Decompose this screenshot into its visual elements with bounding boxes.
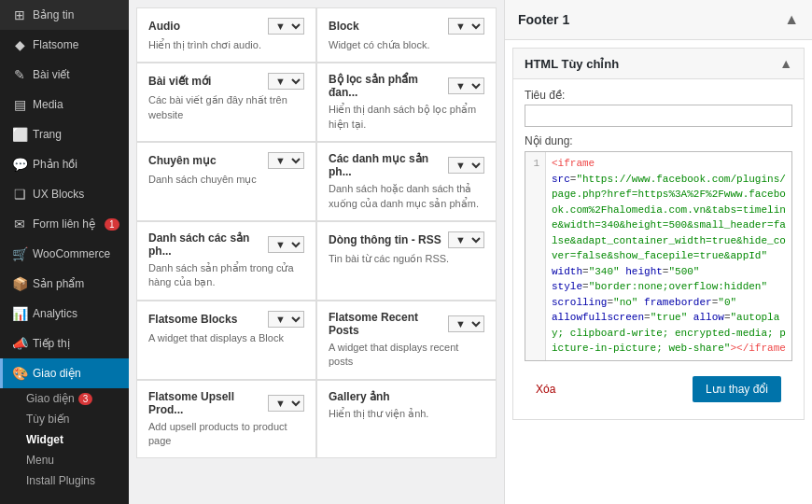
sidebar-item-label: Giao diện xyxy=(33,367,81,380)
contact-icon: ✉ xyxy=(12,217,27,231)
widget-dssp-select[interactable]: ▼ xyxy=(268,236,304,253)
delete-link[interactable]: Xóa xyxy=(536,383,555,396)
widget-dmsp-select[interactable]: ▼ xyxy=(448,157,484,174)
widget-dmsp-desc: Danh sách hoặc danh sách thả xuống của d… xyxy=(329,182,484,211)
footer-toggle-icon[interactable]: ▲ xyxy=(784,11,799,28)
sidebar-item-woocommerce[interactable]: 🛒 WooCommerce xyxy=(0,239,129,269)
widget-bol-header: Bộ lọc sản phẩm đan... ▼ xyxy=(329,73,484,99)
widget-dssp-header: Danh sách các sản ph... ▼ xyxy=(148,231,304,258)
html-widget-toggle-icon[interactable]: ▲ xyxy=(779,56,792,71)
widget-bo-loc[interactable]: Bộ lọc sản phẩm đan... ▼ Hiển thị danh s… xyxy=(316,63,497,142)
posts-icon: ✎ xyxy=(12,67,27,82)
subitem-label: Menu xyxy=(26,454,54,467)
sidebar-subitem-giao-dien[interactable]: Giao diện 3 xyxy=(0,388,129,409)
widget-fu-desc: Add upsell products to product page xyxy=(148,420,304,449)
widget-audio-title: Audio xyxy=(148,20,180,33)
widget-dmsp-header: Các danh mục sản ph... ▼ xyxy=(329,152,484,178)
sidebar-item-bang-tin[interactable]: ⊞ Bảng tin xyxy=(0,0,129,30)
media-icon: ▤ xyxy=(12,97,27,112)
widget-fb-select[interactable]: ▼ xyxy=(268,311,304,328)
appearance-icon: 🎨 xyxy=(12,366,27,381)
sidebar-item-analytics[interactable]: 📊 Analytics xyxy=(0,299,129,329)
products-icon: 📦 xyxy=(12,276,27,291)
widget-audio-select[interactable]: ▼ xyxy=(268,18,304,35)
subitem-label: Widget xyxy=(26,433,63,446)
footer-header: Footer 1 ▲ xyxy=(505,0,812,40)
widget-g-title: Gallery ảnh xyxy=(329,390,390,403)
sidebar-item-label: Tiếp thị xyxy=(33,337,70,350)
widget-fu-title: Flatsome Upsell Prod... xyxy=(148,390,268,416)
widget-flatsome-upsell[interactable]: Flatsome Upsell Prod... ▼ Add upsell pro… xyxy=(136,380,316,459)
title-field-input[interactable] xyxy=(525,105,792,127)
html-widget-title: HTML Tùy chỉnh xyxy=(525,57,619,71)
sidebar-item-san-pham[interactable]: 📦 Sản phẩm xyxy=(0,269,129,299)
widget-fb-desc: A widget that displays a Block xyxy=(148,331,304,345)
save-button[interactable]: Lưu thay đổi xyxy=(693,376,781,402)
sidebar-item-label: Form liên hệ xyxy=(33,217,95,231)
widget-bol-desc: Hiển thị danh sách bộ lọc phẩm hiện tại. xyxy=(329,103,484,132)
sidebar-item-form-lien-he[interactable]: ✉ Form liên hệ 1 xyxy=(0,209,129,239)
flatsome-icon: ◆ xyxy=(12,37,27,52)
code-editor[interactable]: 1 <iframe src="https://www.facebook.com/… xyxy=(525,151,792,361)
sidebar-item-trang[interactable]: ⬜ Trang xyxy=(0,119,129,149)
widget-danh-muc-sp[interactable]: Các danh mục sản ph... ▼ Danh sách hoặc … xyxy=(316,142,497,221)
widget-rss-title: Dòng thông tin - RSS xyxy=(329,233,441,246)
widget-bol-title: Bộ lọc sản phẩm đan... xyxy=(329,73,448,99)
widget-g-header: Gallery ảnh xyxy=(329,390,484,403)
analytics-icon: 📊 xyxy=(12,306,27,321)
widget-block[interactable]: Block ▼ Widget có chứa block. xyxy=(316,7,497,63)
sidebar-subitem-tuy-bien[interactable]: Tùy biến xyxy=(0,409,129,429)
sidebar-item-label: Media xyxy=(33,98,63,111)
footer-actions: Xóa Lưu thay đổi xyxy=(525,369,792,410)
widget-block-desc: Widget có chứa block. xyxy=(329,38,484,52)
widget-audio[interactable]: Audio ▼ Hiển thị trình chơi audio. xyxy=(136,7,316,63)
sidebar-item-label: UX Blocks xyxy=(33,188,84,201)
pages-icon: ⬜ xyxy=(12,127,27,142)
sidebar-subitem-widget[interactable]: Widget xyxy=(0,429,129,450)
widget-bvm-select[interactable]: ▼ xyxy=(268,73,304,90)
widget-fu-select[interactable]: ▼ xyxy=(268,395,304,412)
widget-bai-viet-moi[interactable]: Bài viết mới ▼ Các bài viết gần đây nhất… xyxy=(136,63,316,142)
widget-rss-header: Dòng thông tin - RSS ▼ xyxy=(329,231,484,248)
widget-panel: Audio ▼ Hiển thị trình chơi audio. Block… xyxy=(129,0,504,504)
code-content[interactable]: <iframe src="https://www.facebook.com/pl… xyxy=(546,152,791,357)
widget-flatsome-recent-posts[interactable]: Flatsome Recent Posts ▼ A widget that di… xyxy=(316,301,497,380)
widget-dssp-desc: Danh sách sản phẩm trong cửa hàng của bạ… xyxy=(148,261,304,290)
widget-rss[interactable]: Dòng thông tin - RSS ▼ Tin bài từ các ng… xyxy=(316,221,497,301)
sidebar-item-phan-hoi[interactable]: 💬 Phản hồi xyxy=(0,149,129,179)
badge: 1 xyxy=(105,218,119,231)
footer-title: Footer 1 xyxy=(518,12,569,27)
content-field-row: Nội dung: 1 <iframe src="https://www.fac… xyxy=(525,134,792,361)
widget-cm-select[interactable]: ▼ xyxy=(268,152,304,169)
widget-bvm-header: Bài viết mới ▼ xyxy=(148,73,304,90)
dashboard-icon: ⊞ xyxy=(12,7,27,22)
sidebar-subitem-menu[interactable]: Menu xyxy=(0,450,129,470)
title-field-row: Tiêu đề: xyxy=(525,89,792,127)
widget-audio-header: Audio ▼ xyxy=(148,18,304,35)
widget-bol-select[interactable]: ▼ xyxy=(448,77,484,94)
widget-chuyen-muc[interactable]: Chuyên mục ▼ Danh sách chuyên mục xyxy=(136,142,316,221)
sidebar-item-flatsome[interactable]: ◆ Flatsome xyxy=(0,30,129,60)
marketing-icon: 📣 xyxy=(12,336,27,351)
sidebar-subitem-install-plugins[interactable]: Install Plugins xyxy=(0,470,129,491)
subitem-label: Tùy biến xyxy=(26,413,69,426)
widget-fb-header: Flatsome Blocks ▼ xyxy=(148,311,304,328)
widget-rss-select[interactable]: ▼ xyxy=(448,231,484,248)
sidebar-item-label: Phản hồi xyxy=(33,158,77,171)
sidebar-item-ux-blocks[interactable]: ❑ UX Blocks xyxy=(0,179,129,209)
sidebar-item-bai-viet[interactable]: ✎ Bài viết xyxy=(0,60,129,90)
sidebar-item-tiep-thi[interactable]: 📣 Tiếp thị xyxy=(0,329,129,358)
sidebar-item-giao-dien[interactable]: 🎨 Giao diện xyxy=(0,358,129,388)
html-widget-header: HTML Tùy chỉnh ▲ xyxy=(513,49,804,79)
widget-flatsome-blocks[interactable]: Flatsome Blocks ▼ A widget that displays… xyxy=(136,301,316,380)
widget-bvm-desc: Các bài viết gần đây nhất trên website xyxy=(148,93,304,122)
sidebar-item-label: Analytics xyxy=(33,307,77,320)
sidebar-item-media[interactable]: ▤ Media xyxy=(0,90,129,119)
widget-ds-sp[interactable]: Danh sách các sản ph... ▼ Danh sách sản … xyxy=(136,221,316,301)
sub-badge: 3 xyxy=(78,393,93,405)
sidebar: ⊞ Bảng tin ◆ Flatsome ✎ Bài viết ▤ Media… xyxy=(0,0,129,504)
html-widget-body: Tiêu đề: Nội dung: 1 <iframe src="https:… xyxy=(513,79,804,419)
widget-frp-select[interactable]: ▼ xyxy=(448,315,484,332)
widget-gallery[interactable]: Gallery ảnh Hiển thị thư viện ảnh. xyxy=(316,380,497,459)
widget-block-select[interactable]: ▼ xyxy=(448,18,484,35)
